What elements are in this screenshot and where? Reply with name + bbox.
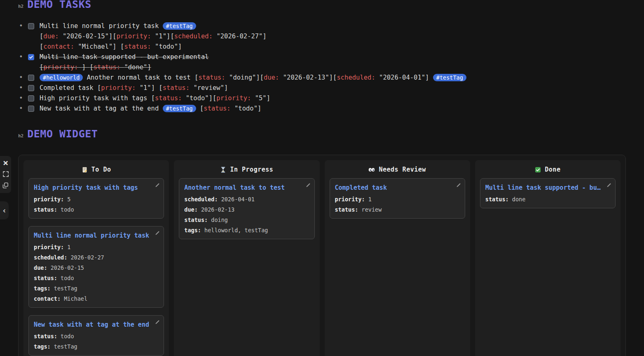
metadata-bracket: [status: "todo"] (151, 94, 213, 102)
card-field: tags: testTag (34, 283, 159, 294)
edit-pencil-icon[interactable] (155, 320, 160, 325)
tag-pill[interactable]: #testTag (163, 105, 196, 112)
task-text: #helloworld Another normal task to test … (40, 73, 466, 83)
bracket-open: [ (194, 74, 198, 81)
card-field: scheduled: 2026-04-01 (184, 194, 309, 205)
metadata-bracket: [status: "done"] (89, 64, 151, 71)
task-item: •#helloworld Another normal task to test… (18, 73, 626, 83)
kanban-column-to-do: To DoHigh priority task with tagspriorit… (23, 160, 169, 356)
task-card[interactable]: High priority task with tagspriority: 5s… (28, 178, 164, 219)
list-bullet: • (18, 104, 24, 114)
kanban-column-in-progress: In ProgressAnother normal task to testsc… (174, 160, 319, 356)
edit-pencil-icon[interactable] (456, 183, 461, 188)
bracket-close: ] (109, 33, 112, 40)
column-cards: Multi line task supported - but experime… (475, 176, 621, 213)
metadata-value: "done" (124, 64, 147, 71)
column-header: Needs Review (325, 160, 470, 176)
field-label: status: (485, 196, 509, 203)
tag-pill[interactable]: #testTag (433, 74, 466, 81)
tag-pill[interactable]: #testTag (163, 22, 196, 30)
task-item: •New task with at tag at the end #testTa… (18, 104, 626, 114)
task-text-segment (196, 105, 200, 112)
field-label: status: (184, 217, 208, 223)
metadata-key: status: (124, 43, 151, 50)
task-line: Multi line normal priority task #testTag (40, 21, 267, 31)
task-line: Multi line task supported - but experime… (40, 52, 209, 62)
task-checkbox[interactable] (28, 54, 34, 60)
metadata-key: due: (43, 33, 59, 40)
field-label: due: (34, 264, 47, 271)
edit-pencil-icon[interactable] (606, 183, 611, 188)
task-text-segment: Completed task (40, 84, 97, 92)
edit-pencil-icon[interactable] (155, 231, 160, 236)
task-line: [contact: "Michael"] [status: "todo"] (40, 42, 267, 52)
heading-text: DEMO WIDGET (27, 127, 98, 141)
metadata-value: "2026-02-15" (63, 33, 109, 40)
bracket-close: ] (209, 94, 213, 102)
field-label: priority: (335, 196, 365, 203)
task-checkbox[interactable] (28, 106, 34, 112)
card-title: Another normal task to test (184, 184, 309, 192)
copy-icon[interactable] (2, 182, 9, 189)
kanban-board: To DoHigh priority task with tagspriorit… (18, 155, 626, 356)
field-label: tags: (34, 285, 51, 292)
task-checkbox[interactable] (28, 85, 34, 91)
task-card[interactable]: Multi line normal priority taskpriority:… (28, 226, 164, 308)
metadata-value: "Michael" (78, 43, 112, 50)
widget-edge-toolbar: × (0, 156, 11, 193)
task-item: •Completed task [priority: "1"] [status:… (18, 83, 626, 93)
card-field: priority: 1 (335, 194, 460, 205)
column-title: To Do (91, 166, 111, 173)
task-checkbox[interactable] (28, 95, 34, 101)
card-field: contact: Michael (34, 294, 159, 304)
card-field: due: 2026-02-15 (34, 263, 159, 273)
memo-icon (82, 167, 88, 173)
metadata-bracket: [due: "2026-02-15"] (40, 33, 112, 40)
list-bullet: • (18, 83, 24, 93)
edit-pencil-icon[interactable] (305, 183, 311, 188)
card-field: due: 2026-02-13 (184, 205, 309, 215)
metadata-key: status: (163, 84, 190, 92)
task-text-segment: Multi line normal priority task (40, 22, 163, 30)
task-item: •High priority task with tags [status: "… (18, 93, 626, 104)
close-icon[interactable]: × (2, 159, 9, 167)
task-line: [due: "2026-02-15"][priority: "1"][sched… (40, 31, 267, 42)
metadata-key: due: (264, 74, 279, 81)
bracket-close: ] (425, 74, 429, 81)
sidebar-collapse-button[interactable]: ‹ (0, 201, 9, 219)
task-card[interactable]: New task with at tag at the endstatus: t… (28, 315, 164, 356)
task-item: •Multi line task supported - but experim… (18, 52, 626, 73)
card-fields: priority: 1status: review (335, 194, 460, 215)
metadata-key: priority: (101, 84, 136, 92)
bracket-open: [ (120, 43, 124, 50)
edit-pencil-icon[interactable] (155, 183, 160, 188)
card-fields: priority: 1scheduled: 2026-02-27due: 202… (34, 242, 159, 304)
task-text-segment (86, 64, 89, 71)
tag-pill[interactable]: #helloworld (40, 74, 83, 81)
column-cards: High priority task with tagspriority: 5s… (23, 176, 169, 356)
metadata-value: "2026-02-13" (283, 74, 329, 81)
task-card[interactable]: Completed taskpriority: 1status: review (330, 178, 465, 219)
card-field: status: review (335, 205, 460, 215)
bracket-open: [ (213, 94, 216, 102)
task-text-segment (155, 84, 159, 92)
card-field: scheduled: 2026-02-27 (34, 252, 159, 263)
task-text-segment: Multi line task supported - but experime… (40, 53, 209, 61)
card-title: Multi line task supported - but experime… (485, 184, 610, 192)
bracket-close: ] (151, 84, 155, 92)
bracket-close: ] (82, 64, 86, 71)
metadata-value: "2026-02-27" (216, 33, 262, 40)
card-field: priority: 1 (34, 242, 159, 252)
task-checkbox[interactable] (28, 23, 34, 29)
metadata-value: "1" (140, 84, 151, 92)
metadata-value: "doing" (229, 74, 256, 81)
task-card[interactable]: Multi line task supported - but experime… (480, 178, 616, 208)
task-card[interactable]: Another normal task to testscheduled: 20… (179, 178, 314, 239)
expand-icon[interactable] (2, 170, 9, 178)
bracket-open: [ (159, 84, 162, 92)
task-checkbox[interactable] (28, 75, 34, 81)
task-text-segment: Another normal task to test (83, 74, 194, 81)
column-title: Done (545, 166, 560, 173)
task-line: High priority task with tags [status: "t… (40, 93, 270, 104)
column-title: Needs Review (379, 166, 426, 173)
